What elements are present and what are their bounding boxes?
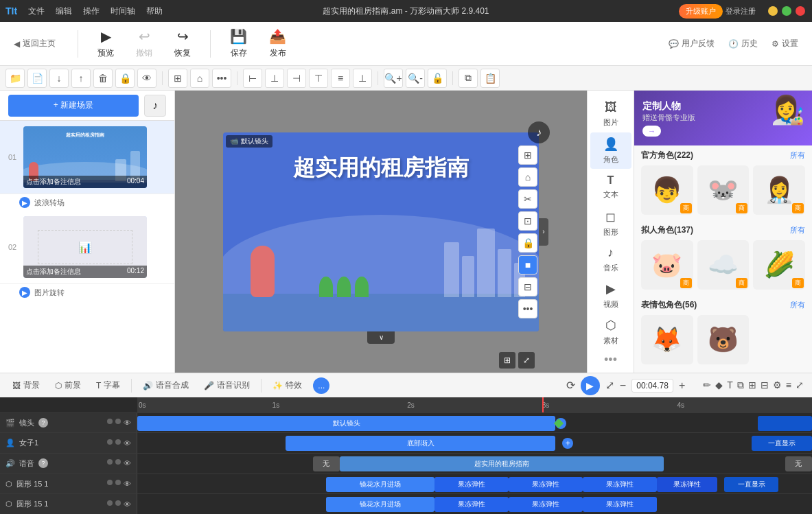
paste-btn[interactable]: 📋 <box>480 69 500 88</box>
clip-shape1-always[interactable]: 一直显示 <box>724 477 778 492</box>
zoom-in-icon[interactable]: + <box>679 379 685 392</box>
tl-minus-btn[interactable]: ⊟ <box>761 379 769 391</box>
foreground-button[interactable]: ⬡ 前景 <box>51 378 85 393</box>
canvas-bottom-btn[interactable]: ∨ <box>367 331 395 344</box>
voice-recog-button[interactable]: 🎤 语音识别 <box>200 378 254 393</box>
menu-operate[interactable]: 操作 <box>83 5 100 17</box>
add-file-btn[interactable]: 📄 <box>27 69 47 88</box>
scene-item-2[interactable]: 02 📊 点击添加备注信息 00:12 <box>0 211 174 284</box>
emoji-item-1[interactable]: 🦊 <box>641 315 693 364</box>
save-button[interactable]: 💾 保存 <box>219 28 258 59</box>
back-button[interactable]: ◀ 返回主页 <box>14 38 56 49</box>
tl-group-btn[interactable]: ⊞ <box>748 379 756 391</box>
copy-btn[interactable]: ⧉ <box>459 69 478 88</box>
zoom-in-btn[interactable]: 🔍+ <box>384 69 403 88</box>
tl-expand-btn[interactable]: ⤢ <box>796 379 804 391</box>
eye-audio-icon[interactable]: 👁 <box>124 459 131 467</box>
tool-picture[interactable]: 🖼 图片 <box>590 96 631 132</box>
promo-banner[interactable]: 定制人物 赠送骨骼专业版 → 👩‍🎨 <box>634 91 812 145</box>
clip-woman-enter[interactable]: 底部渐入 <box>286 436 555 451</box>
tl-more-btn[interactable]: ≡ <box>786 379 791 391</box>
transition-2[interactable]: ▶ 图片旋转 <box>0 284 174 301</box>
clip-shape1-jelly1[interactable]: 果冻弹性 <box>434 477 509 492</box>
clip-default-camera[interactable]: 默认镜头 <box>137 416 555 431</box>
align-right-btn[interactable]: ⊣ <box>287 69 306 88</box>
clip-shape2-jelly2[interactable]: 果冻弹性 <box>509 497 583 512</box>
clip-shape1-jelly3[interactable]: 果冻弹性 <box>583 477 657 492</box>
move-up-btn[interactable]: ↑ <box>71 69 91 88</box>
tool-character[interactable]: 👤 角色 <box>590 132 631 169</box>
virtual-item-1[interactable]: 🐷 商 <box>641 240 693 290</box>
undo-button[interactable]: ↩ 撤销 <box>125 28 163 59</box>
menu-help[interactable]: 帮助 <box>146 5 163 17</box>
tl-filter-btn[interactable]: T <box>727 379 733 391</box>
eye-shape1-icon[interactable]: 👁 <box>124 480 131 488</box>
official-chars-link[interactable]: 所有 <box>790 150 805 161</box>
tool-text[interactable]: T 文本 <box>590 169 631 205</box>
home-btn[interactable]: ⌂ <box>190 69 209 88</box>
emoji-chars-link[interactable]: 所有 <box>790 300 805 310</box>
zoom-out-icon[interactable]: − <box>620 379 626 392</box>
eye-shape2-icon[interactable]: 👁 <box>124 500 131 509</box>
align-bottom-btn[interactable]: ⊥ <box>353 69 372 88</box>
minimize-button[interactable]: — <box>768 6 778 16</box>
side-btn-6[interactable]: ■ <box>518 255 537 274</box>
clip-audio-waveform[interactable]: 超实用的租房指南 <box>340 456 664 471</box>
promo-arrow[interactable]: → <box>642 126 661 137</box>
eye-track-icon[interactable]: 👁 <box>124 419 131 427</box>
tl-settings-btn[interactable]: ⚙ <box>773 379 782 391</box>
voice-synth-button[interactable]: 🔊 语音合成 <box>139 378 193 393</box>
side-btn-1[interactable]: ⊞ <box>518 145 537 165</box>
clip-shape2-enter[interactable]: 镜花水月进场 <box>326 497 434 512</box>
char-item-2[interactable]: 🐭 商 <box>697 165 750 215</box>
clip-shape1-enter[interactable]: 镜花水月进场 <box>326 477 434 492</box>
more-tools-button[interactable]: ... <box>313 377 329 394</box>
grid-btn[interactable]: ⊞ <box>168 69 187 88</box>
transition-1[interactable]: ▶ 波浪转场 <box>0 194 174 211</box>
align-center-btn[interactable]: ⊥ <box>265 69 284 88</box>
preview-button[interactable]: ▶ 预览 <box>86 28 125 59</box>
play-button[interactable]: ▶ <box>581 376 600 395</box>
music-button[interactable]: ♪ <box>144 95 166 117</box>
tl-keyframe-btn[interactable]: ◆ <box>715 379 723 391</box>
tl-edit-btn[interactable]: ✏ <box>703 379 711 391</box>
clip-always-show-camera[interactable] <box>758 416 812 431</box>
clip-shape1-jelly2[interactable]: 果冻弹性 <box>509 477 583 492</box>
menu-edit[interactable]: 编辑 <box>56 5 72 17</box>
clip-always-show-woman[interactable]: 一直显示 <box>752 436 812 451</box>
folder-btn[interactable]: 📁 <box>5 69 25 88</box>
more-btn[interactable]: ••• <box>212 69 231 88</box>
align-vcenter-btn[interactable]: ≡ <box>331 69 350 88</box>
new-scene-button[interactable]: + 新建场景 <box>8 95 139 117</box>
subtitle-button[interactable]: T 字幕 <box>92 378 124 393</box>
clip-shape2-jelly3[interactable]: 果冻弹性 <box>583 497 657 512</box>
menu-file[interactable]: 文件 <box>28 5 45 17</box>
settings-button[interactable]: ⚙ 设置 <box>772 38 798 49</box>
camera-track-help[interactable]: ? <box>38 418 48 428</box>
canvas-corner-btn-1[interactable]: ⊞ <box>499 352 515 369</box>
clip-audio-none-1[interactable]: 无 <box>313 456 340 471</box>
virtual-chars-link[interactable]: 所有 <box>790 225 805 235</box>
close-button[interactable]: ✕ <box>796 6 805 16</box>
tool-more[interactable]: ••• <box>604 353 617 367</box>
bg-button[interactable]: 🖼 背景 <box>8 378 44 393</box>
audio-track-help[interactable]: ? <box>38 458 48 468</box>
lock2-btn[interactable]: 🔓 <box>428 69 447 88</box>
publish-button[interactable]: 📤 发布 <box>258 28 297 59</box>
canvas-main[interactable]: 📹 默认镜头 超实用的租房指南 <box>223 132 539 331</box>
eye-btn[interactable]: 👁 <box>137 69 156 88</box>
char-item-3[interactable]: 👩‍⚕️ 商 <box>753 165 805 215</box>
login-button[interactable]: 登录注册 <box>726 6 756 16</box>
canvas-corner-btn-2[interactable]: ⤢ <box>518 352 535 369</box>
virtual-item-3[interactable]: 🌽 商 <box>753 240 805 290</box>
clip-shape1-jelly4[interactable]: 果冻弹性 <box>657 477 717 492</box>
lock-btn[interactable]: 🔒 <box>115 69 135 88</box>
side-btn-2[interactable]: ⌂ <box>518 167 537 187</box>
emoji-item-2[interactable]: 🐻 <box>697 315 750 364</box>
side-btn-8[interactable]: ••• <box>518 299 537 318</box>
tool-music[interactable]: ♪ 音乐 <box>590 241 631 277</box>
feedback-button[interactable]: 💬 用户反馈 <box>669 38 715 49</box>
side-btn-5[interactable]: 🔒 <box>518 233 537 253</box>
side-btn-3[interactable]: ✂ <box>518 189 537 209</box>
move-down-btn[interactable]: ↓ <box>49 69 69 88</box>
